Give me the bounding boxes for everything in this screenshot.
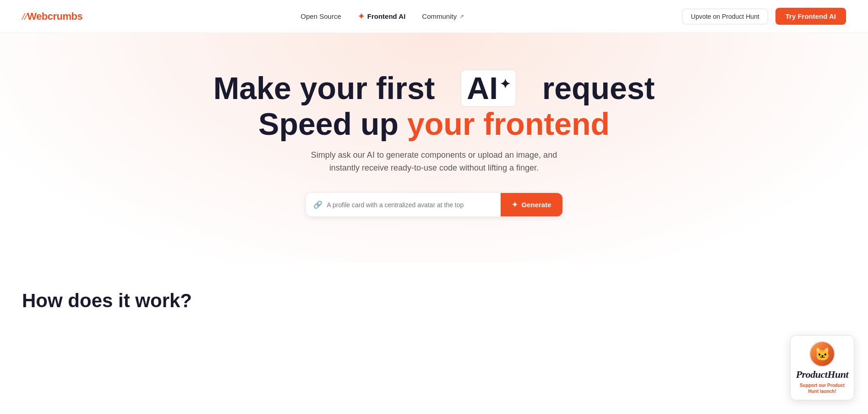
search-input-area: 🔗 <box>306 194 501 216</box>
logo[interactable]: //Webcrumbs <box>22 11 82 22</box>
hero-subtitle: Simply ask our AI to generate components… <box>301 149 567 175</box>
generate-button[interactable]: ✦ Generate <box>501 193 562 216</box>
nav-community[interactable]: Community ↗ <box>422 12 464 20</box>
nav-open-source[interactable]: Open Source <box>300 12 341 20</box>
nav-right: Upvote on Product Hunt Try Frontend AI <box>682 8 846 25</box>
ai-sparkle-icon: ✦ <box>500 77 510 92</box>
sparkle-icon: ✦ <box>358 11 365 22</box>
paperclip-icon: 🔗 <box>313 200 322 209</box>
how-section: How does it work? <box>0 262 868 330</box>
nav-links: Open Source ✦ Frontend AI Community ↗ <box>300 11 464 22</box>
how-title: How does it work? <box>22 290 846 312</box>
hero-title-line2: Speed up your frontend <box>22 107 846 141</box>
hero-highlight: your frontend <box>407 106 610 141</box>
try-frontend-ai-button[interactable]: Try Frontend AI <box>775 8 846 25</box>
external-link-icon: ↗ <box>459 13 464 20</box>
upvote-button[interactable]: Upvote on Product Hunt <box>682 9 768 24</box>
search-bar: 🔗 ✦ Generate <box>306 193 562 216</box>
prompt-input[interactable] <box>327 194 494 216</box>
ai-badge: AI✦ <box>461 70 516 107</box>
hero-title: Make your first AI✦ request Speed up you… <box>22 70 846 141</box>
navbar: //Webcrumbs Open Source ✦ Frontend AI Co… <box>0 0 868 33</box>
hero-section: Make your first AI✦ request Speed up you… <box>0 33 868 262</box>
hero-title-line1: Make your first AI✦ request <box>22 70 846 107</box>
nav-frontend-ai[interactable]: ✦ Frontend AI <box>358 11 406 22</box>
generate-sparkle-icon: ✦ <box>512 200 518 209</box>
